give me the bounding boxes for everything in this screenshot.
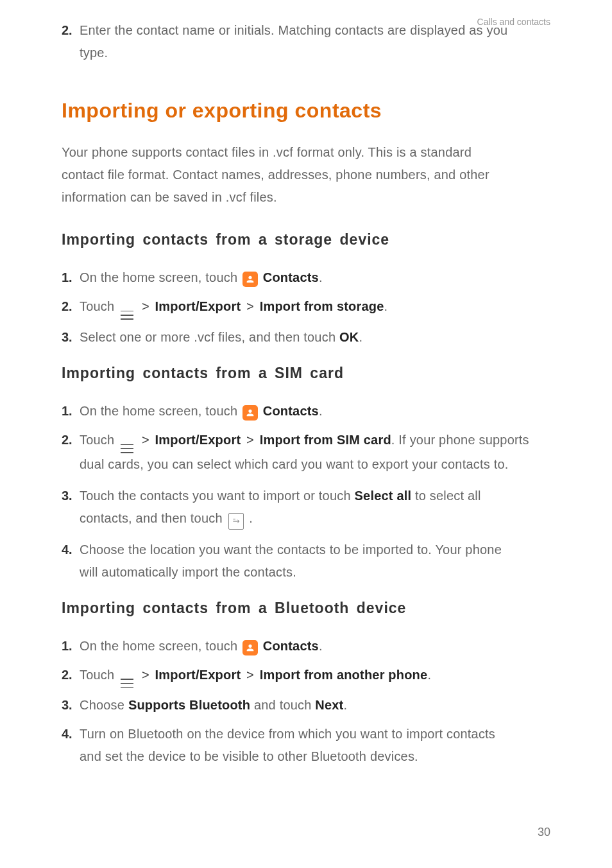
step-body: Touch > Import/Export > Import from stor…	[80, 295, 550, 320]
text: .	[249, 511, 253, 525]
import-icon	[228, 513, 244, 530]
step-number: 2.	[62, 429, 80, 476]
ok-label: OK	[339, 330, 359, 344]
sec1-step3: 3. Select one or more .vcf files, and th…	[62, 326, 550, 349]
text: .	[359, 330, 362, 344]
text: type.	[80, 42, 550, 64]
subheading-sim: Importing contacts from a SIM card	[62, 360, 550, 386]
text: Your phone supports contact files in .vc…	[62, 145, 472, 159]
step-number: 1.	[62, 400, 80, 422]
select-all-label: Select all	[355, 489, 412, 503]
menu-item: Import from another phone	[260, 668, 428, 682]
text: information can be saved in .vcf files.	[62, 190, 277, 204]
text: Touch	[80, 668, 118, 682]
sec3-step1: 1. On the home screen, touch Contacts.	[62, 635, 550, 657]
menu-item: Import/Export	[155, 299, 241, 313]
step-body: Touch > Import/Export > Import from SIM …	[80, 429, 550, 476]
text: .	[427, 668, 431, 682]
text: Touch	[80, 299, 118, 313]
text: Turn on Bluetooth on the device from whi…	[80, 727, 495, 741]
lead-paragraph: Your phone supports contact files in .vc…	[62, 141, 550, 209]
step-body: Choose Supports Bluetooth and touch Next…	[80, 694, 550, 716]
sec3-step4: 4. Turn on Bluetooth on the device from …	[62, 723, 550, 768]
step-number: 3.	[62, 694, 80, 716]
text: On the home screen, touch	[80, 404, 241, 418]
chevron: >	[142, 433, 149, 447]
text: On the home screen, touch	[80, 270, 241, 284]
step-body: Turn on Bluetooth on the device from whi…	[80, 723, 550, 768]
subheading-bluetooth: Importing contacts from a Bluetooth devi…	[62, 595, 550, 621]
text: contacts, and then touch	[80, 511, 226, 525]
step-body: Choose the location you want the contact…	[80, 539, 550, 584]
contacts-label: Contacts	[263, 270, 319, 284]
contacts-label: Contacts	[263, 639, 319, 653]
text: will automatically import the contacts.	[80, 561, 550, 584]
text: . If your phone supports	[391, 433, 529, 447]
sec1-step1: 1. On the home screen, touch Contacts.	[62, 266, 550, 289]
step-body: Touch > Import/Export > Import from anot…	[80, 664, 550, 688]
text: .	[343, 698, 347, 712]
sec2-step3: 3. Touch the contacts you want to import…	[62, 485, 550, 530]
menu-item: Import from SIM card	[260, 433, 391, 447]
chevron: >	[142, 299, 149, 313]
text: and touch	[250, 698, 315, 712]
text: Enter the contact name or initials. Matc…	[80, 23, 507, 37]
text: Choose the location you want the contact…	[80, 542, 502, 557]
chevron: >	[246, 668, 254, 682]
text: Touch the contacts you want to import or…	[80, 489, 355, 503]
step-body: On the home screen, touch Contacts.	[80, 635, 550, 657]
page-number: 30	[538, 822, 550, 843]
breadcrumb: Calls and contacts	[477, 14, 550, 30]
text: .	[384, 299, 388, 313]
text: Touch	[80, 433, 118, 447]
text: .	[319, 404, 323, 418]
contacts-icon	[242, 640, 258, 655]
menu-item: Import/Export	[155, 668, 241, 682]
sec2-step1: 1. On the home screen, touch Contacts.	[62, 400, 550, 422]
chevron: >	[246, 299, 254, 313]
contacts-icon	[242, 272, 258, 287]
next-label: Next	[315, 698, 343, 712]
text: On the home screen, touch	[80, 639, 241, 653]
step-number: 2.	[62, 295, 80, 320]
step-body: On the home screen, touch Contacts.	[80, 400, 550, 422]
chevron: >	[142, 668, 149, 682]
menu-icon	[121, 311, 133, 320]
sec1-step2: 2. Touch > Import/Export > Import from s…	[62, 295, 550, 320]
step-number: 2.	[62, 19, 80, 64]
text: .	[319, 639, 323, 653]
supports-bluetooth-label: Supports Bluetooth	[128, 698, 250, 712]
menu-icon	[121, 444, 133, 453]
section-heading: Importing or exporting contacts	[62, 92, 550, 128]
text: Choose	[80, 698, 128, 712]
step-number: 3.	[62, 326, 80, 349]
step-number: 2.	[62, 664, 80, 688]
subheading-storage: Importing contacts from a storage device	[62, 227, 550, 252]
step-body: Touch the contacts you want to import or…	[80, 485, 550, 530]
sec2-step4: 4. Choose the location you want the cont…	[62, 539, 550, 584]
step-number: 3.	[62, 485, 80, 530]
text: Select one or more .vcf files, and then …	[80, 330, 339, 344]
step-number: 1.	[62, 266, 80, 289]
sec2-step2: 2. Touch > Import/Export > Import from S…	[62, 429, 550, 476]
text: dual cards, you can select which card yo…	[80, 453, 550, 476]
step-number: 1.	[62, 635, 80, 657]
text: and set the device to be visible to othe…	[80, 745, 550, 768]
step-number: 4.	[62, 539, 80, 584]
text: to select all	[411, 489, 480, 503]
text: contact file format. Contact names, addr…	[62, 168, 489, 182]
chevron: >	[246, 433, 254, 447]
menu-item: Import from storage	[260, 299, 384, 313]
menu-icon	[121, 679, 133, 688]
step-number: 4.	[62, 723, 80, 768]
step-body: Select one or more .vcf files, and then …	[80, 326, 550, 349]
menu-item: Import/Export	[155, 433, 241, 447]
contacts-label: Contacts	[263, 404, 319, 418]
sec3-step3: 3. Choose Supports Bluetooth and touch N…	[62, 694, 550, 716]
text: .	[319, 270, 323, 284]
sec3-step2: 2. Touch > Import/Export > Import from a…	[62, 664, 550, 688]
step-body: On the home screen, touch Contacts.	[80, 266, 550, 289]
contacts-icon	[242, 405, 258, 421]
